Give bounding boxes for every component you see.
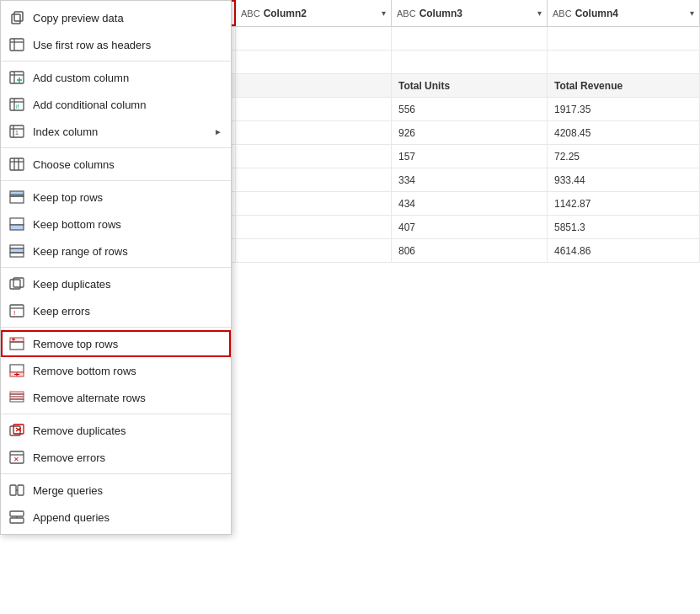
col4-name: Column4: [575, 8, 687, 19]
remove-top-rows-label: Remove top rows: [33, 338, 222, 350]
keep-bottom-icon: [8, 215, 26, 233]
svg-text:1: 1: [15, 130, 19, 136]
svg-rect-2: [10, 39, 24, 51]
svg-rect-46: [10, 399, 24, 402]
keep-top-rows-label: Keep top rows: [33, 191, 222, 204]
cell-r10c4: 4614.86: [548, 239, 700, 262]
remove-bottom-icon: [8, 361, 26, 380]
menu-item-remove-top-rows[interactable]: Remove top rows: [1, 330, 231, 357]
keep-dup-icon: [8, 275, 26, 293]
svg-rect-22: [10, 191, 24, 196]
remove-duplicates-label: Remove duplicates: [33, 424, 222, 437]
svg-rect-28: [10, 248, 24, 253]
svg-rect-25: [10, 218, 24, 225]
svg-rect-38: [10, 342, 24, 350]
cell-r3c2: [236, 74, 392, 97]
cell-r2c3: [392, 51, 548, 73]
svg-rect-29: [10, 253, 24, 257]
menu-item-keep-range-rows[interactable]: Keep range of rows: [1, 238, 231, 264]
menu-item-remove-errors[interactable]: ✕ Remove errors: [1, 444, 231, 471]
svg-rect-27: [10, 245, 24, 248]
cell-r6c4: 72.25: [548, 145, 700, 168]
remove-errors-label: Remove errors: [33, 451, 222, 464]
keep-range-icon: [8, 242, 26, 260]
divider1: [1, 61, 231, 61]
keep-range-rows-label: Keep range of rows: [33, 245, 222, 258]
menu-item-merge-queries[interactable]: Merge queries: [1, 477, 231, 504]
svg-rect-26: [10, 225, 24, 230]
remove-top-icon: [8, 334, 26, 353]
svg-rect-23: [10, 196, 24, 203]
append-icon: [8, 508, 26, 526]
col2-dropdown[interactable]: ▾: [382, 8, 386, 18]
menu-item-keep-top-rows[interactable]: Keep top rows: [1, 184, 231, 211]
svg-rect-55: [18, 485, 24, 495]
menu-item-remove-bottom-rows[interactable]: Remove bottom rows: [1, 357, 231, 384]
cell-r10c2: [236, 239, 392, 262]
column4-header[interactable]: ABC Column4 ▾: [548, 0, 700, 26]
cell-r2c2: [236, 51, 392, 73]
col4-type-icon: ABC: [553, 8, 572, 19]
choose-columns-label: Choose columns: [33, 158, 222, 171]
copy-preview-label: Copy preview data: [33, 12, 222, 24]
menu-item-choose-columns[interactable]: Choose columns: [1, 151, 231, 178]
cell-r7c4: 933.44: [548, 168, 700, 191]
cell-r3c3: Total Units: [392, 74, 548, 97]
menu-item-remove-alternate-rows[interactable]: Remove alternate rows: [1, 384, 231, 411]
svg-text:✕: ✕: [13, 456, 19, 463]
menu-item-remove-duplicates[interactable]: Remove duplicates: [1, 417, 231, 444]
menu-item-append-queries[interactable]: Append queries: [1, 504, 231, 531]
index-column-label: Index column: [33, 125, 207, 138]
remove-err-icon: ✕: [8, 448, 26, 467]
divider5: [1, 327, 231, 328]
keep-err-icon: !: [8, 302, 26, 320]
divider7: [1, 473, 231, 474]
cell-r5c4: 4208.45: [548, 121, 700, 144]
svg-rect-18: [10, 158, 24, 170]
keep-errors-label: Keep errors: [33, 305, 222, 318]
column3-header[interactable]: ABC Column3 ▾: [392, 0, 548, 26]
remove-alternate-rows-label: Remove alternate rows: [33, 392, 222, 404]
menu-item-use-first-row[interactable]: Use first row as headers: [1, 31, 231, 58]
cell-r6c3: 157: [392, 145, 548, 168]
cell-r8c2: [236, 192, 392, 215]
index-col-arrow: ►: [214, 127, 222, 136]
col4-dropdown[interactable]: ▾: [690, 8, 694, 18]
svg-rect-1: [14, 12, 23, 21]
remove-dup-icon: [8, 421, 26, 440]
conditional-col-icon: if: [8, 95, 26, 114]
menu-item-index-column[interactable]: 1 Index column ►: [1, 118, 231, 145]
cell-r4c3: 556: [392, 98, 548, 120]
cell-r5c2: [236, 121, 392, 144]
cell-r3c4: Total Revenue: [548, 74, 700, 97]
headers-icon: [8, 35, 26, 54]
divider4: [1, 267, 231, 268]
svg-rect-5: [10, 72, 24, 83]
cell-r4c4: 1917.35: [548, 98, 700, 120]
col3-type-icon: ABC: [397, 8, 416, 19]
menu-item-keep-errors[interactable]: ! Keep errors: [1, 297, 231, 324]
svg-rect-58: [10, 518, 24, 523]
cell-r1c3: [392, 27, 548, 50]
add-conditional-col-label: Add conditional column: [33, 99, 222, 111]
cell-r7c3: 334: [392, 168, 548, 191]
menu-item-keep-duplicates[interactable]: Keep duplicates: [1, 270, 231, 297]
menu-item-keep-bottom-rows[interactable]: Keep bottom rows: [1, 211, 231, 238]
cell-r4c2: [236, 98, 392, 120]
cell-r7c2: [236, 168, 392, 191]
menu-item-add-custom-col[interactable]: Add custom column: [1, 64, 231, 91]
keep-duplicates-label: Keep duplicates: [33, 278, 222, 291]
custom-col-icon: [8, 68, 26, 87]
svg-rect-54: [10, 485, 16, 495]
append-queries-label: Append queries: [33, 511, 222, 524]
col3-dropdown[interactable]: ▾: [537, 8, 542, 18]
cell-r8c3: 434: [392, 192, 548, 215]
cell-r10c3: 806: [392, 239, 548, 262]
column2-header[interactable]: ABC Column2 ▾: [236, 0, 392, 26]
cell-r6c2: [236, 145, 392, 168]
cell-r9c2: [236, 216, 392, 238]
menu-item-add-conditional-col[interactable]: if Add conditional column: [1, 91, 231, 118]
use-first-row-label: Use first row as headers: [33, 39, 222, 51]
cell-r5c3: 926: [392, 121, 548, 144]
menu-item-copy-preview[interactable]: Copy preview data: [1, 4, 231, 31]
